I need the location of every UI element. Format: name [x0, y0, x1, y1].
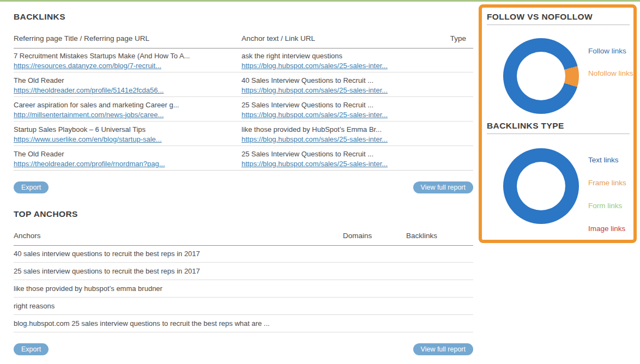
link-url-link[interactable]: https://blog.hubspot.com/sales/25-sales-… — [241, 136, 388, 144]
referring-url-link[interactable]: https://theoldreader.com/profile/5141e2f… — [14, 87, 164, 95]
anchor-row: blog.hubspot.com 25 sales interview ques… — [14, 315, 473, 332]
title-divider — [487, 25, 630, 25]
top-anchors-table: 40 sales interview questions to recruit … — [14, 245, 473, 332]
anchor-cell: 25 Sales Interview Questions to Recruit … — [241, 101, 438, 119]
view-full-report-button[interactable]: View full report — [413, 343, 473, 355]
legend-item-nofollow-links[interactable]: Nofollow links — [588, 69, 633, 77]
referring-title: Startup Sales Playbook – 6 Universal Tip… — [14, 126, 237, 134]
legend-item-text-links[interactable]: Text links — [588, 156, 619, 164]
legend-item-form-links[interactable]: Form links — [588, 202, 622, 210]
col-header-referring-page: Referring page Title / Referring page UR… — [14, 34, 149, 43]
legend-item-frame-links[interactable]: Frame links — [588, 179, 626, 187]
anchor-label: 40 sales interview questions to recruit … — [14, 250, 200, 258]
referring-title: The Old Reader — [14, 150, 237, 159]
table-row: 7 Recruitment Mistakes Startups Make (An… — [14, 48, 473, 72]
legend-item-image-links[interactable]: Image links — [588, 225, 625, 233]
view-full-report-button[interactable]: View full report — [413, 181, 473, 193]
referring-cell: Career aspiration for sales and marketin… — [14, 101, 237, 119]
anchor-cell: 40 Sales Interview Questions to Recruit … — [241, 77, 438, 95]
anchor-text: like those provided by HubSpot’s Emma Br… — [241, 126, 438, 134]
backlinks-table-header: Referring page Title / Referring page UR… — [14, 34, 473, 48]
col-header-backlinks: Backlinks — [406, 232, 437, 240]
backlinks-section-title: BACKLINKS — [14, 12, 65, 22]
anchor-cell: 25 Sales Interview Questions to Recruit … — [241, 150, 438, 168]
follow-vs-nofollow-title: FOLLOW VS NOFOLLOW — [487, 12, 593, 22]
col-header-type: Type — [450, 34, 466, 43]
col-header-anchors: Anchors — [14, 232, 41, 240]
col-header-domains: Domains — [343, 232, 372, 240]
anchor-label: blog.hubspot.com 25 sales interview ques… — [14, 319, 270, 327]
link-url-link[interactable]: https://blog.hubspot.com/sales/25-sales-… — [241, 160, 388, 168]
follow-nofollow-panel: FOLLOW VS NOFOLLOW Follow links Nofollow… — [479, 4, 637, 243]
anchor-row: right reasons — [14, 298, 473, 315]
export-button[interactable]: Export — [14, 343, 49, 355]
col-header-anchor-text: Anchor text / Link URL — [241, 34, 315, 43]
anchor-cell: ask the right interview questions https:… — [241, 52, 438, 70]
backlinks-type-title: BACKLINKS TYPE — [487, 121, 564, 131]
link-url-link[interactable]: https://blog.hubspot.com/sales/25-sales-… — [241, 62, 388, 70]
backlinks-table: 7 Recruitment Mistakes Startups Make (An… — [14, 48, 473, 171]
anchor-text: 25 Sales Interview Questions to Recruit … — [241, 150, 438, 159]
anchor-row: 25 sales interview questions to recruit … — [14, 263, 473, 280]
anchor-row: 40 sales interview questions to recruit … — [14, 245, 473, 263]
referring-url-link[interactable]: http://millsentertainment.com/news-jobs/… — [14, 111, 164, 119]
anchor-label: right reasons — [14, 302, 55, 310]
referring-url-link[interactable]: https://theoldreader.com/profile/rnordma… — [14, 160, 165, 168]
referring-url-link[interactable]: https://resources.datanyze.com/blog/7-re… — [14, 62, 161, 70]
anchor-label: 25 sales interview questions to recruit … — [14, 267, 200, 275]
anchor-cell: like those provided by HubSpot’s Emma Br… — [241, 126, 438, 144]
table-row: The Old Reader https://theoldreader.com/… — [14, 72, 473, 97]
table-row: Startup Sales Playbook – 6 Universal Tip… — [14, 122, 473, 146]
legend-item-follow-links[interactable]: Follow links — [588, 47, 626, 55]
referring-title: The Old Reader — [14, 77, 237, 85]
donut-chart-backlinks-type[interactable] — [503, 148, 579, 224]
anchor-label: like those provided by hubspot’s emma br… — [14, 284, 162, 293]
referring-title: 7 Recruitment Mistakes Startups Make (An… — [14, 52, 237, 60]
referring-cell: 7 Recruitment Mistakes Startups Make (An… — [14, 52, 237, 70]
anchor-row: like those provided by hubspot’s emma br… — [14, 280, 473, 298]
referring-cell: Startup Sales Playbook – 6 Universal Tip… — [14, 126, 237, 144]
anchor-text: ask the right interview questions — [241, 52, 438, 60]
anchor-text: 25 Sales Interview Questions to Recruit … — [241, 101, 438, 110]
donut-chart-follow-vs-nofollow[interactable] — [503, 38, 579, 114]
anchor-text: 40 Sales Interview Questions to Recruit … — [241, 77, 438, 85]
title-divider — [487, 134, 630, 134]
table-row: The Old Reader https://theoldreader.com/… — [14, 146, 473, 171]
link-url-link[interactable]: https://blog.hubspot.com/sales/25-sales-… — [241, 87, 388, 95]
export-button[interactable]: Export — [14, 181, 49, 193]
referring-title: Career aspiration for sales and marketin… — [14, 101, 237, 110]
referring-cell: The Old Reader https://theoldreader.com/… — [14, 77, 237, 95]
referring-url-link[interactable]: https://www.userlike.com/en/blog/startup… — [14, 136, 162, 144]
table-row: Career aspiration for sales and marketin… — [14, 97, 473, 122]
top-anchors-section-title: TOP ANCHORS — [14, 209, 78, 219]
referring-cell: The Old Reader https://theoldreader.com/… — [14, 150, 237, 168]
link-url-link[interactable]: https://blog.hubspot.com/sales/25-sales-… — [241, 111, 388, 119]
top-accent-strip — [0, 0, 640, 2]
